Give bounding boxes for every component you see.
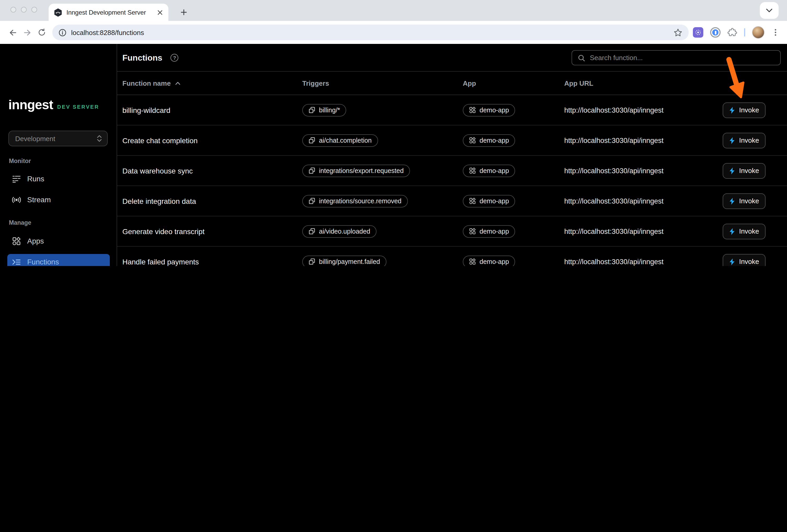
trigger-pill[interactable]: billing/* [302,104,346,116]
event-trigger-icon [309,258,315,265]
sidebar-item-functions[interactable]: Functions [7,254,110,266]
forward-button[interactable] [20,25,35,40]
invoke-label: Invoke [739,136,759,144]
sidebar-item-label: Functions [27,258,59,266]
lightning-bolt-icon [729,258,736,265]
invoke-button[interactable]: Invoke [723,132,766,148]
extension-icon[interactable] [693,27,703,38]
browser-toolbar: localhost:8288/functions [0,21,787,44]
tab-close-icon[interactable] [156,8,164,17]
monitor-section-label: Monitor [9,158,31,164]
invoke-button[interactable]: Invoke [723,193,766,209]
app-url: http://localhost:3030/api/inngest [564,136,664,144]
invoke-label: Invoke [739,227,759,235]
app-pill[interactable]: demo-app [463,195,515,207]
app-shapes-icon [469,137,476,144]
app-url: http://localhost:3030/api/inngest [564,227,664,235]
invoke-button[interactable]: Invoke [723,163,766,178]
apps-icon [12,237,21,245]
lightning-bolt-icon [729,228,736,235]
event-trigger-icon [309,198,315,204]
toolbar-divider [744,28,745,37]
column-app-url: App URL [564,80,593,87]
table-row: Create chat completion ai/chat.completio… [117,126,787,156]
invoke-button[interactable]: Invoke [723,223,766,239]
window-close-button[interactable] [10,7,16,13]
bookmark-star-icon[interactable] [674,28,682,37]
table-row: Delete integration data integrations/sou… [117,186,787,216]
function-name[interactable]: Data warehouse sync [122,167,193,175]
function-name[interactable]: Create chat completion [122,136,198,145]
url-text[interactable]: localhost:8288/functions [71,28,674,36]
extensions-puzzle-icon[interactable] [727,27,737,37]
app-value: demo-app [480,137,509,144]
app-url: http://localhost:3030/api/inngest [564,167,664,175]
onepassword-icon[interactable] [710,27,721,38]
trigger-value: integrations/source.removed [319,197,401,205]
inngest-favicon-icon [54,8,62,17]
column-function-name[interactable]: Function name [122,80,171,87]
reload-button[interactable] [35,25,49,40]
lightning-bolt-icon [729,197,736,205]
search-placeholder: Search function... [590,54,643,62]
site-info-icon[interactable] [59,28,66,36]
function-name[interactable]: Handle failed payments [122,258,199,266]
browser-chrome: Inngest Development Server [0,0,787,44]
app-pill[interactable]: demo-app [463,104,515,116]
screenshot-root: Inngest Development Server [0,0,787,266]
trigger-pill[interactable]: integrations/export.requested [302,164,410,177]
table-row: Data warehouse sync integrations/export.… [117,156,787,186]
environment-select[interactable]: Development [8,131,108,146]
app-url: http://localhost:3030/api/inngest [564,258,664,265]
app-pill[interactable]: demo-app [463,255,515,266]
page-title: Functions [122,53,162,63]
invoke-label: Invoke [739,258,759,265]
function-name[interactable]: Delete integration data [122,197,196,205]
trigger-pill[interactable]: ai/video.uploaded [302,225,377,238]
lightning-bolt-icon [729,137,736,144]
page-help-icon[interactable]: ? [171,54,178,62]
app-value: demo-app [480,258,509,265]
app-shapes-icon [469,258,476,265]
tab-search-button[interactable] [760,2,779,19]
app-value: demo-app [480,197,509,205]
column-app: App [463,80,476,87]
invoke-button[interactable]: Invoke [723,254,766,266]
app-value: demo-app [480,106,509,114]
sidebar-item-label: Runs [27,175,44,183]
table-row: Generate video transcript ai/video.uploa… [117,216,787,247]
invoke-button[interactable]: Invoke [723,102,766,118]
browser-tab[interactable]: Inngest Development Server [49,4,168,21]
new-tab-button[interactable] [178,6,189,18]
page-header: Functions ? Search function... [117,44,787,72]
app-pill[interactable]: demo-app [463,164,515,177]
back-button[interactable] [5,25,20,40]
sidebar-item-apps[interactable]: Apps [7,232,110,249]
app-shapes-icon [469,107,476,113]
profile-avatar[interactable] [752,26,765,39]
function-name[interactable]: billing-wildcard [122,106,170,114]
window-minimize-button[interactable] [21,7,27,13]
browser-menu-icon[interactable] [771,28,780,37]
app-root: inngest DEV SERVER Development Monitor R… [0,44,787,266]
sidebar-item-runs[interactable]: Runs [7,170,110,187]
app-pill[interactable]: demo-app [463,134,515,147]
window-zoom-button[interactable] [31,7,37,13]
function-name[interactable]: Generate video transcript [122,227,205,236]
functions-icon [12,258,21,266]
functions-table: billing-wildcard billing/* [117,95,787,266]
sidebar-item-stream[interactable]: Stream [7,191,110,208]
address-bar[interactable]: localhost:8288/functions [52,25,689,40]
window-controls[interactable] [10,7,37,13]
app-shapes-icon [469,198,476,204]
trigger-pill[interactable]: ai/chat.completion [302,134,378,147]
functions-page: Functions ? Search function... Function … [117,44,787,266]
trigger-pill[interactable]: billing/payment.failed [302,255,386,266]
search-input[interactable]: Search function... [572,50,781,65]
environment-value: Development [15,135,97,142]
lightning-bolt-icon [729,106,736,114]
app-pill[interactable]: demo-app [463,225,515,238]
sort-asc-icon[interactable] [175,82,181,85]
app-shapes-icon [469,167,476,174]
trigger-pill[interactable]: integrations/source.removed [302,195,408,207]
